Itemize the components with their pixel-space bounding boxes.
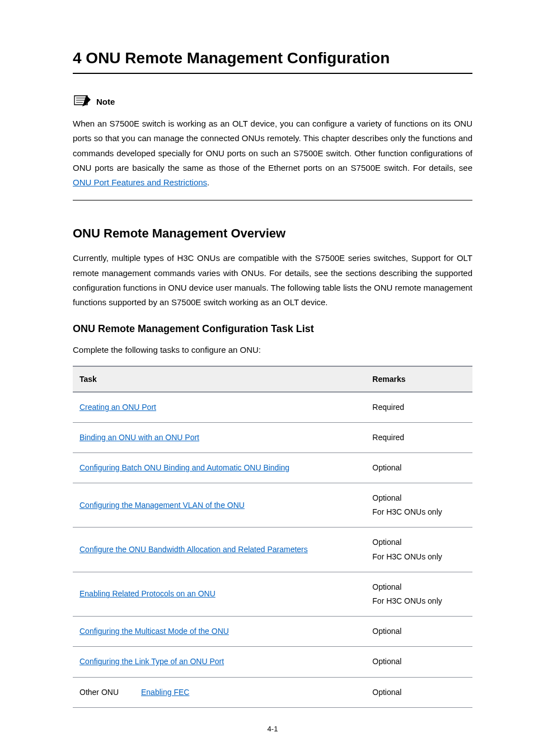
table-row: Configuring Batch ONU Binding and Automa… <box>73 452 472 483</box>
note-body: When an S7500E switch is working as an O… <box>73 116 472 190</box>
note-pencil-icon <box>73 94 92 109</box>
note-text-after: . <box>207 178 209 187</box>
task-cell: Binding an ONU with an ONU Port <box>73 422 366 452</box>
overview-heading: ONU Remote Management Overview <box>73 226 472 241</box>
note-header: Note <box>73 94 472 109</box>
remarks-cell: Optional <box>366 617 472 647</box>
note-link[interactable]: ONU Port Features and Restrictions <box>73 178 207 187</box>
table-row: Configuring the Multicast Mode of the ON… <box>73 617 472 647</box>
task-list-intro: Complete the following tasks to configur… <box>73 343 472 357</box>
remarks-cell: Optional For H3C ONUs only <box>366 528 472 572</box>
table-row: Configuring the Management VLAN of the O… <box>73 483 472 528</box>
task-cell: Enabling Related Protocols on an ONU <box>73 572 366 616</box>
remarks-cell: Optional For H3C ONUs only <box>366 572 472 616</box>
note-separator <box>73 200 472 200</box>
task-link[interactable]: Creating an ONU Port <box>79 403 156 412</box>
page-number: 4-1 <box>73 725 472 733</box>
task-cell: Configure the ONU Bandwidth Allocation a… <box>73 528 366 572</box>
col-header-task: Task <box>73 366 366 392</box>
table-header-row: Task Remarks <box>73 366 472 392</box>
task-link[interactable]: Configuring the Multicast Mode of the ON… <box>79 627 229 636</box>
task-link[interactable]: Binding an ONU with an ONU Port <box>79 433 199 442</box>
group-label-cell: Other ONU <box>73 677 134 707</box>
task-cell: Creating an ONU Port <box>73 392 366 423</box>
task-link[interactable]: Configuring Batch ONU Binding and Automa… <box>79 463 289 472</box>
task-link[interactable]: Enabling Related Protocols on an ONU <box>79 589 216 598</box>
note-text-before: When an S7500E switch is working as an O… <box>73 119 472 172</box>
table-row: Binding an ONU with an ONU PortRequired <box>73 422 472 452</box>
table-row: Configuring the Link Type of an ONU Port… <box>73 647 472 677</box>
task-table: Task Remarks Creating an ONU PortRequire… <box>73 366 472 708</box>
note-label: Note <box>96 97 115 106</box>
table-row: Configure the ONU Bandwidth Allocation a… <box>73 528 472 572</box>
remarks-cell: Optional <box>366 647 472 677</box>
remarks-cell: Optional <box>366 677 472 707</box>
col-header-remarks: Remarks <box>366 366 472 392</box>
remarks-cell: Optional For H3C ONUs only <box>366 483 472 528</box>
remarks-cell: Required <box>366 392 472 423</box>
task-link[interactable]: Configuring the Link Type of an ONU Port <box>79 657 224 666</box>
task-cell: Configuring the Link Type of an ONU Port <box>73 647 366 677</box>
task-cell: Configuring Batch ONU Binding and Automa… <box>73 452 366 483</box>
remarks-cell: Optional <box>366 452 472 483</box>
task-cell: Enabling FEC <box>134 677 366 707</box>
overview-body: Currently, multiple types of H3C ONUs ar… <box>73 251 472 310</box>
remarks-cell: Required <box>366 422 472 452</box>
task-cell: Configuring the Multicast Mode of the ON… <box>73 617 366 647</box>
table-row: Other ONUEnabling FECOptional <box>73 677 472 707</box>
task-list-heading: ONU Remote Management Configuration Task… <box>73 323 472 335</box>
chapter-title-rule <box>73 73 472 74</box>
task-link[interactable]: Configure the ONU Bandwidth Allocation a… <box>79 545 308 554</box>
task-link[interactable]: Enabling FEC <box>141 688 189 697</box>
chapter-title: 4 ONU Remote Management Configuration <box>73 49 472 67</box>
table-row: Enabling Related Protocols on an ONUOpti… <box>73 572 472 616</box>
table-row: Creating an ONU PortRequired <box>73 392 472 423</box>
task-cell: Configuring the Management VLAN of the O… <box>73 483 366 528</box>
task-link[interactable]: Configuring the Management VLAN of the O… <box>79 501 245 510</box>
